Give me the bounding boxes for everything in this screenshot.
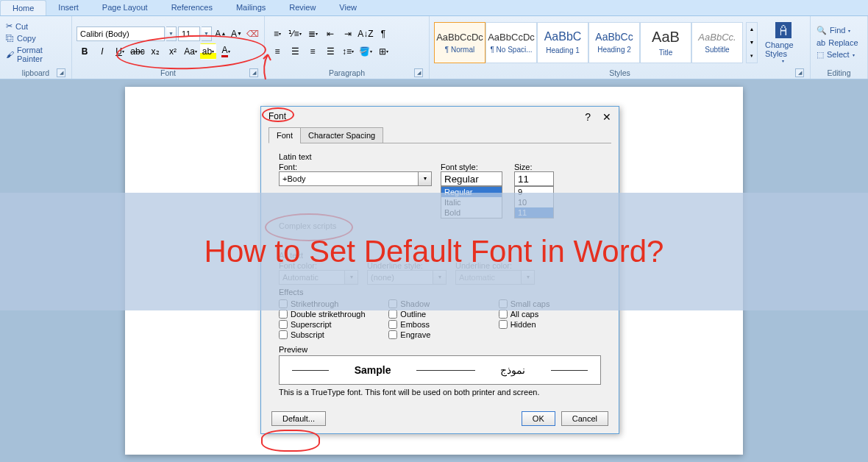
cut-button[interactable]: ✂Cut: [4, 21, 67, 32]
change-styles-button[interactable]: 🅰 Change Styles▾: [761, 18, 805, 67]
ucolor-dropdown[interactable]: ▾: [522, 270, 535, 285]
style-heading2[interactable]: AaBbCcHeading 2: [588, 22, 640, 63]
chk-subscript[interactable]: Subscript: [279, 330, 381, 339]
fontstyle-opt-bold[interactable]: Bold: [441, 207, 502, 218]
replace-button[interactable]: abReplace: [815, 38, 863, 48]
chk-dblstrike[interactable]: Double strikethrough: [279, 310, 381, 319]
size-list[interactable]: 9 10 11: [514, 186, 554, 218]
chk-smallcaps[interactable]: Small caps: [499, 299, 601, 308]
preview-box: Sample نموذج: [279, 355, 601, 385]
line-spacing-button[interactable]: ↕≡▾: [340, 43, 356, 60]
sort-button[interactable]: A↓Z: [357, 26, 374, 42]
fontstyle-opt-italic[interactable]: Italic: [441, 197, 502, 207]
fontstyle-input[interactable]: [441, 171, 502, 186]
indent-inc-button[interactable]: ⇥: [340, 26, 356, 42]
font-name-input[interactable]: [77, 26, 165, 41]
font-size-dropdown[interactable]: ▼: [202, 26, 212, 41]
chk-allcaps[interactable]: All caps: [499, 310, 601, 319]
change-case-button[interactable]: Aa▾: [182, 43, 199, 60]
styles-launcher[interactable]: ◢: [795, 68, 804, 77]
ustyle-dropdown[interactable]: ▾: [433, 270, 447, 285]
format-painter-button[interactable]: 🖌Format Painter: [4, 45, 67, 64]
tab-review[interactable]: Review: [277, 0, 327, 15]
highlight-button[interactable]: ab▾: [200, 43, 216, 60]
borders-button[interactable]: ⊞▾: [375, 43, 391, 60]
font-name-dropdown[interactable]: ▼: [166, 26, 177, 41]
tab-view[interactable]: View: [327, 0, 369, 15]
style-expand[interactable]: ▾: [747, 49, 757, 63]
font-size-input[interactable]: [178, 26, 200, 41]
superscript-button[interactable]: x²: [165, 43, 181, 60]
find-button[interactable]: 🔍Find▾: [815, 25, 863, 36]
chk-superscript[interactable]: Superscript: [279, 320, 381, 329]
dialog-tab-charspacing[interactable]: Character Spacing: [300, 127, 383, 143]
fontstyle-opt-regular[interactable]: Regular: [441, 187, 502, 197]
grow-font-button[interactable]: A▲: [213, 26, 228, 42]
show-marks-button[interactable]: ¶: [375, 26, 391, 42]
strike-button[interactable]: abc: [129, 43, 146, 60]
style-heading1[interactable]: AaBbCHeading 1: [537, 22, 588, 63]
indent-dec-button[interactable]: ⇤: [322, 26, 338, 42]
style-scroll-up[interactable]: ▲: [747, 23, 757, 36]
chk-strikethrough[interactable]: Strikethrough: [279, 299, 381, 308]
fontstyle-list[interactable]: Regular Italic Bold: [441, 186, 502, 218]
font-field-input[interactable]: [279, 171, 419, 186]
dialog-tab-font[interactable]: Font: [268, 127, 301, 143]
chk-outline[interactable]: Outline: [388, 310, 491, 319]
chk-emboss[interactable]: Emboss: [388, 320, 491, 329]
ok-button[interactable]: OK: [522, 411, 555, 426]
copy-button[interactable]: ⿻Copy: [4, 33, 67, 43]
underline-button[interactable]: U▾: [112, 43, 128, 60]
font-field-dropdown[interactable]: ▾: [419, 171, 432, 186]
style-normal[interactable]: AaBbCcDc¶ Normal: [434, 22, 485, 63]
close-button[interactable]: ✕: [602, 111, 611, 123]
brush-icon: 🖌: [6, 50, 14, 59]
justify-button[interactable]: ☰: [322, 43, 338, 60]
clipboard-launcher[interactable]: ◢: [57, 68, 65, 77]
tab-home[interactable]: Home: [0, 0, 46, 15]
default-button[interactable]: Default...: [271, 411, 326, 426]
fontcolor-dropdown[interactable]: ▾: [345, 270, 358, 285]
multilevel-button[interactable]: ≣▾: [305, 26, 321, 42]
subscript-button[interactable]: x₂: [147, 43, 163, 60]
font-color-button[interactable]: A▾: [218, 43, 234, 60]
bullets-button[interactable]: ≡▾: [269, 26, 285, 42]
styles-gallery[interactable]: AaBbCcDc¶ Normal AaBbCcDc¶ No Spaci... A…: [434, 22, 743, 63]
size-opt-9[interactable]: 9: [515, 187, 553, 197]
style-scroll-down[interactable]: ▼: [747, 36, 757, 49]
fontcolor-input[interactable]: [279, 270, 345, 285]
select-button[interactable]: ⬚Select▾: [815, 49, 863, 60]
size-opt-11[interactable]: 11: [515, 207, 553, 218]
align-center-button[interactable]: ☰: [287, 43, 303, 60]
clear-format-button[interactable]: ⌫: [245, 26, 260, 42]
shrink-font-button[interactable]: A▼: [230, 26, 244, 42]
style-title[interactable]: AaBTitle: [640, 22, 691, 63]
size-label: Size:: [514, 163, 558, 171]
numbering-button[interactable]: ⅟≡▾: [287, 26, 303, 42]
group-label-clipboard: lipboard◢: [4, 67, 67, 79]
shading-button[interactable]: 🪣▾: [357, 43, 374, 60]
chk-shadow[interactable]: Shadow: [388, 299, 491, 308]
size-opt-10[interactable]: 10: [515, 197, 553, 207]
tab-pagelayout[interactable]: Page Layout: [90, 0, 160, 15]
tab-references[interactable]: References: [160, 0, 224, 15]
tab-mailings[interactable]: Mailings: [224, 0, 277, 15]
ustyle-input[interactable]: [367, 270, 433, 285]
chk-engrave[interactable]: Engrave: [388, 330, 491, 339]
font-launcher[interactable]: ◢: [249, 68, 258, 77]
tab-insert[interactable]: Insert: [46, 0, 90, 15]
size-input[interactable]: [514, 171, 554, 186]
paragraph-launcher[interactable]: ◢: [414, 68, 423, 77]
ucolor-input[interactable]: [455, 270, 522, 285]
style-nospacing[interactable]: AaBbCcDc¶ No Spaci...: [485, 22, 537, 63]
style-subtitle[interactable]: AaBbCc.Subtitle: [691, 22, 743, 63]
group-paragraph: ≡▾ ⅟≡▾ ≣▾ ⇤ ⇥ A↓Z ¶ ≡ ☰ ≡ ☰ ↕≡▾ 🪣▾ ⊞▾ Pa…: [265, 16, 430, 79]
chk-hidden[interactable]: Hidden: [499, 320, 601, 329]
italic-button[interactable]: I: [94, 43, 110, 60]
help-button[interactable]: ?: [585, 111, 591, 123]
bold-button[interactable]: B: [77, 43, 93, 60]
align-right-button[interactable]: ≡: [305, 43, 321, 60]
cancel-button[interactable]: Cancel: [561, 411, 608, 426]
align-left-button[interactable]: ≡: [269, 43, 285, 60]
ribbon-tabs: Home Insert Page Layout References Maili…: [0, 0, 868, 16]
